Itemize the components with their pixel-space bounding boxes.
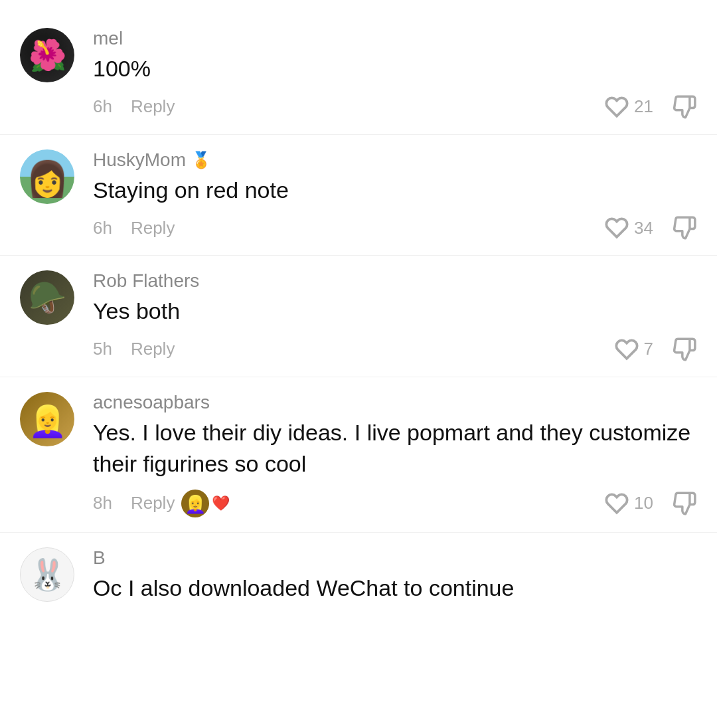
comment-username: Rob Flathers <box>93 270 697 292</box>
like-count: 10 <box>634 493 653 513</box>
comment-time: 8h <box>93 493 112 513</box>
comment-username: acnesoapbars <box>93 392 697 413</box>
comment-text: Oc I also downloaded WeChat to continue <box>93 573 697 604</box>
badge-icon: 🏅 <box>191 151 211 169</box>
comment-item: Rob Flathers Yes both 5h Reply 7 <box>0 256 717 377</box>
reply-button[interactable]: Reply <box>131 493 175 513</box>
comment-actions: 8h Reply ❤️ 10 <box>93 490 697 517</box>
heart-icon[interactable] <box>605 492 629 515</box>
like-reaction: 7 <box>615 337 653 361</box>
reply-button[interactable]: Reply <box>131 96 175 117</box>
comment-time: 6h <box>93 96 112 117</box>
mini-avatar <box>181 490 209 517</box>
comment-content: B Oc I also downloaded WeChat to continu… <box>93 547 697 614</box>
heart-emoji: ❤️ <box>212 495 230 512</box>
comment-text: Yes. I love their diy ideas. I live popm… <box>93 417 697 480</box>
like-count: 7 <box>644 339 653 359</box>
comment-item: HuskyMom 🏅 Staying on red note 6h Reply … <box>0 135 717 256</box>
like-count: 34 <box>634 218 653 238</box>
comment-item: B Oc I also downloaded WeChat to continu… <box>0 533 717 628</box>
comment-time: 6h <box>93 218 112 238</box>
comment-text: 100% <box>93 53 697 85</box>
avatar <box>20 28 74 82</box>
comment-username: mel <box>93 28 697 49</box>
comment-actions: 6h Reply 34 <box>93 215 697 240</box>
dislike-reaction[interactable] <box>672 215 697 240</box>
avatar <box>20 270 74 325</box>
reply-button[interactable]: Reply <box>131 218 175 238</box>
comment-item: mel 100% 6h Reply 21 <box>0 13 717 135</box>
comment-text: Staying on red note <box>93 175 697 207</box>
comment-text: Yes both <box>93 296 697 327</box>
comment-reactions: 34 <box>605 215 697 240</box>
like-reaction: 34 <box>605 216 653 240</box>
avatar <box>20 149 74 204</box>
comment-content: HuskyMom 🏅 Staying on red note 6h Reply … <box>93 149 697 241</box>
comment-item: acnesoapbars Yes. I love their diy ideas… <box>0 377 717 533</box>
heart-icon[interactable] <box>615 337 639 361</box>
avatar <box>20 547 74 602</box>
heart-icon[interactable] <box>605 216 629 240</box>
dislike-reaction[interactable] <box>672 337 697 362</box>
heart-icon[interactable] <box>605 95 629 119</box>
avatar <box>20 392 74 446</box>
dislike-reaction[interactable] <box>672 491 697 516</box>
comment-username: HuskyMom 🏅 <box>93 149 697 171</box>
like-reaction: 21 <box>605 95 653 119</box>
comment-actions: 5h Reply 7 <box>93 337 697 362</box>
comment-content: mel 100% 6h Reply 21 <box>93 28 697 120</box>
comment-reactions: 10 <box>605 491 697 516</box>
comment-actions: 6h Reply 21 <box>93 94 697 120</box>
like-count: 21 <box>634 96 653 117</box>
like-reaction: 10 <box>605 492 653 515</box>
comment-reactions: 7 <box>615 337 697 362</box>
comment-time: 5h <box>93 339 112 359</box>
comment-reactions: 21 <box>605 94 697 120</box>
comments-section: mel 100% 6h Reply 21 <box>0 0 717 642</box>
dislike-reaction[interactable] <box>672 94 697 120</box>
comment-content: Rob Flathers Yes both 5h Reply 7 <box>93 270 697 362</box>
comment-username: B <box>93 547 697 569</box>
reply-button[interactable]: Reply <box>131 339 175 359</box>
comment-content: acnesoapbars Yes. I love their diy ideas… <box>93 392 697 517</box>
